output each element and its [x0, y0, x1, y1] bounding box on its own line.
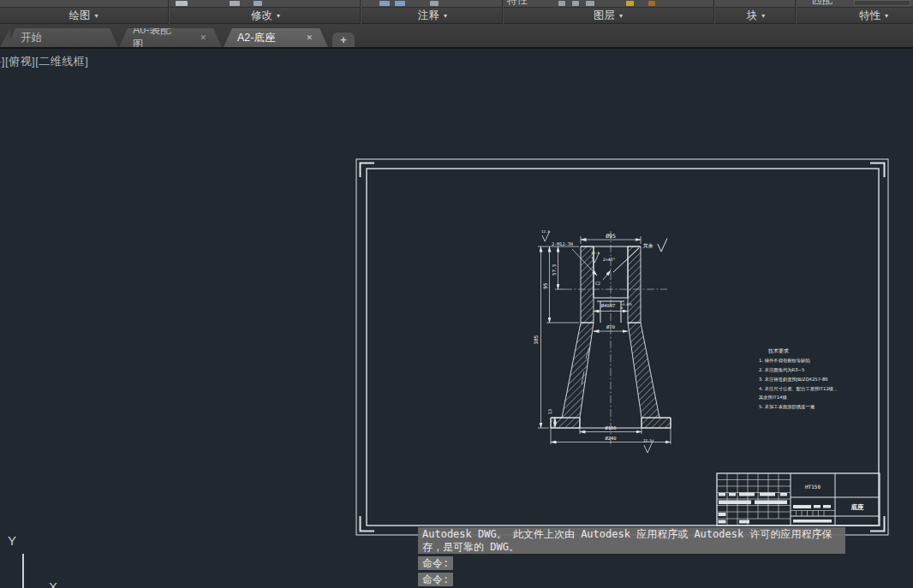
panel-modify-label: 修改: [251, 9, 272, 23]
ribbon-separator: [168, 0, 169, 25]
chevron-down-icon: ▾: [277, 12, 280, 20]
ribbon-icon-fragment[interactable]: [254, 1, 262, 6]
model-space-canvas[interactable]: [0, 49, 913, 588]
panel-layers-label: 图层: [594, 9, 615, 23]
viewport-controls[interactable]: -][俯视][二维线框]: [0, 54, 88, 69]
ucs-x-label: X: [49, 579, 57, 588]
command-prompt[interactable]: 命令:: [418, 556, 453, 570]
chevron-down-icon: ▾: [885, 12, 888, 20]
ribbon-icon-fragment[interactable]: [626, 1, 634, 6]
ribbon-separator: [713, 0, 714, 25]
plus-icon: +: [340, 33, 347, 46]
close-icon[interactable]: ✕: [177, 33, 206, 42]
ribbon-separator: [502, 0, 503, 25]
panel-annotate-label: 注释: [418, 9, 439, 23]
panel-draw-label: 绘图: [69, 9, 90, 23]
chevron-down-icon: ▾: [94, 12, 98, 20]
ribbon-icon-fragment[interactable]: [379, 1, 390, 6]
ucs-y-label: Y: [8, 533, 16, 548]
panel-modify[interactable]: 修改 ▾: [214, 8, 317, 23]
ribbon-icon-strip: 特性 匹配: [0, 0, 913, 7]
panel-draw[interactable]: 绘图 ▾: [34, 8, 133, 23]
ribbon-separator: [360, 0, 361, 25]
panel-properties[interactable]: 特性 ▾: [835, 8, 912, 23]
ribbon-icon-fragment[interactable]: [395, 1, 405, 6]
command-history: Autodesk DWG。 此文件上次由 Autodesk 应用程序或 Auto…: [418, 527, 845, 554]
chevron-down-icon: ▾: [444, 12, 447, 20]
tab-start[interactable]: 开始: [7, 28, 118, 47]
chevron-down-icon: ▾: [619, 12, 623, 20]
panel-annotate[interactable]: 注释 ▾: [381, 8, 484, 23]
tab-a0-assembly[interactable]: A0-装配图 ✕: [119, 28, 222, 47]
panel-properties-label: 特性: [859, 9, 880, 23]
ribbon: 特性 匹配 绘图 ▾ 修改 ▾ 注释 ▾ 图层 ▾: [0, 0, 913, 25]
tab-a2-base-label: A2-底座: [237, 31, 275, 45]
close-icon[interactable]: ✕: [283, 33, 313, 42]
ribbon-separator: [795, 0, 796, 25]
tab-a0-assembly-label: A0-装配图: [133, 23, 177, 52]
ribbon-icon-fragment[interactable]: [572, 1, 579, 6]
ribbon-icon-fragment[interactable]: [230, 1, 240, 6]
tab-a2-base[interactable]: A2-底座 ✕: [224, 28, 328, 47]
panel-block-label: 块: [747, 9, 758, 23]
panel-layers[interactable]: 图层 ▾: [557, 8, 659, 23]
ribbon-icon-fragment[interactable]: [558, 1, 565, 6]
ucs-y-axis: [22, 554, 24, 588]
command-prompt[interactable]: 命令:: [418, 573, 453, 586]
new-tab-button[interactable]: +: [332, 33, 355, 47]
tab-start-label: 开始: [21, 31, 42, 45]
ribbon-match-fragment-label: 匹配: [812, 0, 832, 6]
ribbon-icon-fragment[interactable]: [176, 1, 188, 6]
ribbon-icon-fragment[interactable]: [648, 1, 655, 6]
ribbon-icon-fragment[interactable]: [586, 1, 594, 6]
ribbon-icon-fragment[interactable]: [430, 1, 439, 6]
ribbon-combo-fragment[interactable]: [854, 0, 910, 6]
ribbon-properties-fragment-label: 特性: [507, 0, 528, 6]
chevron-down-icon: ▾: [761, 12, 765, 20]
file-tab-bar: 开始 A0-装配图 ✕ A2-底座 ✕ +: [0, 25, 913, 49]
application-window: Ø95 385 95 57.5 13 Ø40H7 +0.025 0 Ø70: [0, 0, 913, 588]
panel-block[interactable]: 块 ▾: [724, 8, 788, 23]
